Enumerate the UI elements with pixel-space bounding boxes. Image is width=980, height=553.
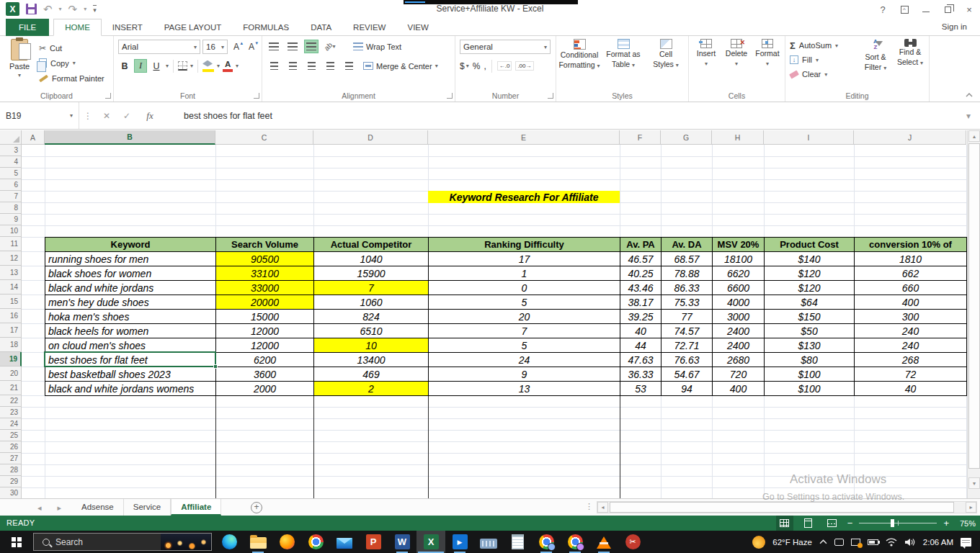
tab-strip-resize-handle[interactable]: ⋮ <box>585 502 593 511</box>
taskbar-mail-icon[interactable] <box>330 531 359 553</box>
clear-button[interactable]: Clear▾ <box>790 67 858 81</box>
cell-C17[interactable]: 12000 <box>216 324 314 338</box>
cell-J14[interactable]: 660 <box>855 281 967 295</box>
cell-J16[interactable]: 300 <box>855 310 967 324</box>
ribbon-tab-view[interactable]: VIEW <box>396 19 439 36</box>
cell-C15[interactable]: 20000 <box>216 295 314 310</box>
cell-E17[interactable]: 7 <box>429 324 620 338</box>
cell-G21[interactable]: 94 <box>662 382 713 396</box>
alignment-dialog-launcher-icon[interactable] <box>447 93 453 99</box>
taskbar-excel-icon[interactable]: X <box>416 531 445 553</box>
cell-B18[interactable]: on cloud men's shoes <box>45 338 216 353</box>
cell-F14[interactable]: 43.46 <box>620 281 662 295</box>
vertical-scrollbar[interactable]: ▴ ▾ <box>967 130 980 498</box>
taskbar-file-explorer-icon[interactable] <box>244 531 272 553</box>
cell-I16[interactable]: $150 <box>765 310 855 324</box>
row-header-4[interactable]: 4 <box>0 156 22 168</box>
fill-color-caret-icon[interactable]: ▾ <box>217 63 220 69</box>
cell-D13[interactable]: 15900 <box>314 266 429 281</box>
insert-cells-button[interactable]: Insert▾ <box>692 39 721 68</box>
cell-styles-button[interactable]: Cell Styles ▾ <box>646 39 686 70</box>
row-header-14[interactable]: 14 <box>0 280 22 295</box>
copy-button[interactable]: Copy▾ <box>39 55 104 71</box>
sign-in-link[interactable]: Sign in <box>942 22 967 31</box>
taskbar-search-box[interactable]: Search <box>33 533 212 551</box>
cell-C20[interactable]: 3600 <box>216 367 314 382</box>
cell-D12[interactable]: 1040 <box>314 252 429 266</box>
row-header-3[interactable]: 3 <box>0 145 22 156</box>
cell-J15[interactable]: 400 <box>855 295 967 310</box>
cell-J21[interactable]: 40 <box>855 382 967 396</box>
borders-caret-icon[interactable]: ▾ <box>190 63 193 69</box>
column-header-A[interactable]: A <box>22 130 45 145</box>
cell-G16[interactable]: 77 <box>662 310 713 324</box>
align-right-button[interactable] <box>304 59 318 73</box>
scroll-down-icon[interactable]: ▾ <box>968 477 980 489</box>
cell-I21[interactable]: $100 <box>765 382 855 396</box>
ribbon-tab-home[interactable]: HOME <box>53 19 102 36</box>
cell-H16[interactable]: 3000 <box>713 310 765 324</box>
cell-J12[interactable]: 1810 <box>855 252 967 266</box>
cancel-icon[interactable]: ✕ <box>98 102 115 129</box>
table-header-B11[interactable]: Keyword <box>45 238 216 252</box>
table-header-G11[interactable]: Av. DA <box>662 238 713 252</box>
cell-I14[interactable]: $120 <box>765 281 855 295</box>
ribbon-tab-insert[interactable]: INSERT <box>102 19 153 36</box>
italic-button[interactable]: I <box>134 59 147 73</box>
cell-B20[interactable]: best basketball shoes 2023 <box>45 367 216 382</box>
clipboard-dialog-launcher-icon[interactable] <box>105 93 111 99</box>
cut-button[interactable]: ✂Cut <box>39 40 104 55</box>
cell-H20[interactable]: 720 <box>713 367 765 382</box>
name-box[interactable]: B19▾ <box>0 102 79 129</box>
increase-decimal-button[interactable]: ←.0 <box>497 61 512 71</box>
cell-F17[interactable]: 40 <box>620 324 662 338</box>
row-header-28[interactable]: 28 <box>0 464 22 476</box>
taskbar-chrome-profile-2-icon[interactable] <box>561 531 589 553</box>
tablet-mode-icon[interactable] <box>834 539 844 546</box>
taskbar-touch-keyboard-icon[interactable] <box>474 531 503 553</box>
cell-B13[interactable]: black shoes for women <box>45 266 216 281</box>
row-header-26[interactable]: 26 <box>0 441 22 453</box>
sheet-tab-service[interactable]: Service <box>124 499 171 516</box>
accounting-format-button[interactable]: $▾ <box>460 59 469 73</box>
cell-F19[interactable]: 47.63 <box>620 353 662 367</box>
cell-D15[interactable]: 1060 <box>314 295 429 310</box>
formula-bar-expand-icon[interactable]: ▾ <box>961 102 976 129</box>
ribbon-tab-data[interactable]: DATA <box>300 19 342 36</box>
ribbon-tab-page-layout[interactable]: PAGE LAYOUT <box>153 19 232 36</box>
row-header-17[interactable]: 17 <box>0 323 22 338</box>
cell-I12[interactable]: $140 <box>765 252 855 266</box>
cell-I20[interactable]: $100 <box>765 367 855 382</box>
bold-button[interactable]: B <box>118 59 131 73</box>
cell-J19[interactable]: 268 <box>855 353 967 367</box>
page-layout-view-button[interactable] <box>800 516 817 531</box>
cell-B16[interactable]: hoka men's shoes <box>45 310 216 324</box>
table-header-I11[interactable]: Product Cost <box>765 238 855 252</box>
cell-F12[interactable]: 46.57 <box>620 252 662 266</box>
zoom-slider[interactable] <box>859 523 937 523</box>
table-header-E11[interactable]: Ranking Difficulty <box>429 238 620 252</box>
cell-D17[interactable]: 6510 <box>314 324 429 338</box>
row-header-9[interactable]: 9 <box>0 214 22 225</box>
format-as-table-button[interactable]: Format as Table ▾ <box>602 39 644 70</box>
column-header-E[interactable]: E <box>428 130 620 145</box>
column-header-F[interactable]: F <box>620 130 661 145</box>
align-center-button[interactable] <box>285 59 300 73</box>
decrease-indent-button[interactable] <box>323 59 337 73</box>
restore-button[interactable] <box>937 0 958 19</box>
cell-F13[interactable]: 40.25 <box>620 266 662 281</box>
cell-B17[interactable]: black heels for women <box>45 324 216 338</box>
clock[interactable]: 2:06 AM <box>923 538 953 547</box>
table-header-J11[interactable]: conversion 10% of <box>855 238 967 252</box>
volume-icon[interactable] <box>904 538 916 547</box>
column-header-B[interactable]: B <box>45 130 215 145</box>
ribbon-display-options-button[interactable]: ^ <box>894 0 915 19</box>
row-header-18[interactable]: 18 <box>0 338 22 352</box>
number-format-select[interactable]: General▾ <box>460 40 551 54</box>
cell-F18[interactable]: 44 <box>620 338 662 353</box>
select-all-corner[interactable] <box>0 130 22 145</box>
cell-E14[interactable]: 0 <box>429 281 620 295</box>
cell-J17[interactable]: 240 <box>855 324 967 338</box>
font-size-select[interactable]: 16▾ <box>202 40 228 54</box>
cell-B14[interactable]: black and white jordans <box>45 281 216 295</box>
